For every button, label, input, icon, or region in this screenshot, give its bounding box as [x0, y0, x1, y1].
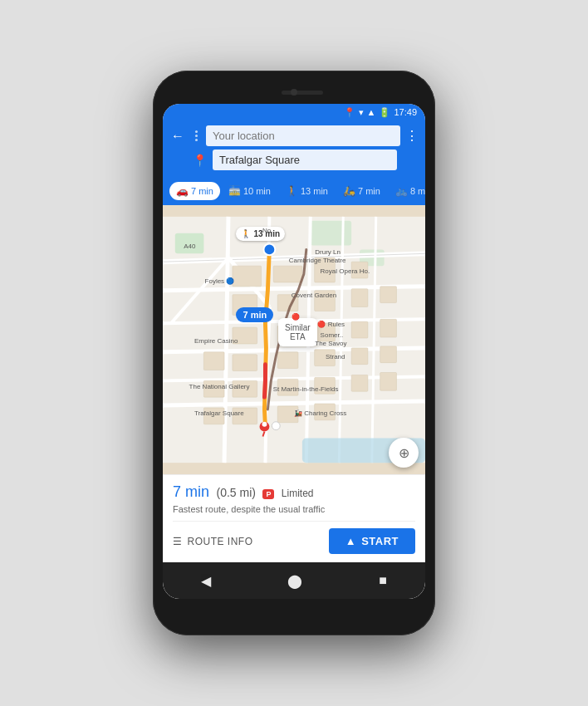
map-label-covent: Covent Garden — [292, 292, 336, 299]
similar-eta-bubble: Similar ETA — [278, 318, 317, 346]
svg-rect-19 — [233, 266, 262, 287]
map-label-no: No. — [262, 227, 272, 234]
status-time: 17:49 — [394, 107, 417, 117]
bottom-panel: 7 min (0.5 mi) P Limited Fastest route, … — [163, 474, 425, 562]
walk-icon: 🚶 — [286, 185, 298, 197]
speaker — [282, 91, 323, 95]
dot-1 — [195, 130, 198, 133]
phone-device: 📍 ▾ ▲ 🔋 17:49 ← ⋮ 📍 — [153, 71, 435, 635]
tab-drive-time: 7 min — [191, 186, 213, 196]
map-label-a40: A40 — [184, 243, 195, 250]
route-summary: 7 min (0.5 mi) P Limited — [173, 483, 415, 501]
map-label-charing: 🚂 Charing Cross — [294, 409, 346, 417]
home-nav-button[interactable]: ⬤ — [287, 573, 302, 589]
battery-icon: 🔋 — [379, 107, 390, 118]
svg-rect-43 — [351, 375, 368, 391]
destination-pin-icon: 📍 — [191, 154, 208, 167]
svg-rect-31 — [351, 321, 368, 338]
back-nav-button[interactable]: ◀ — [201, 573, 211, 589]
svg-rect-44 — [380, 373, 397, 391]
tab-drive[interactable]: 🚗 7 min — [169, 182, 220, 200]
similar-eta-line2: ETA — [285, 332, 311, 341]
map-label-somers: Somer.. — [321, 331, 344, 339]
transport-tabs: 🚗 7 min 🚋 10 min 🚶 13 min 🛵 7 min 🚲 8 m — [163, 179, 425, 205]
map-label-stmartin: St Martin-in-the-Fields — [273, 385, 339, 393]
svg-rect-34 — [233, 355, 257, 371]
origin-row: ← ⋮ — [169, 125, 419, 146]
back-button[interactable]: ← — [169, 129, 186, 144]
start-button[interactable]: ▲ START — [329, 528, 415, 554]
parking-status: Limited — [282, 488, 314, 499]
map-label-trafalgar: Trafalgar Square — [194, 409, 244, 417]
map-label-empire: Empire Casino — [194, 337, 238, 345]
drive-icon: 🚗 — [176, 185, 189, 197]
tab-moto-time: 7 min — [358, 186, 380, 196]
my-location-button[interactable]: ⊕ — [389, 438, 419, 468]
bike-icon: 🚲 — [395, 185, 408, 197]
svg-point-54 — [272, 422, 280, 430]
similar-eta-line1: Similar — [285, 323, 311, 332]
svg-rect-33 — [203, 352, 224, 370]
map-label-covent-icon: 🔴 — [292, 313, 300, 321]
parking-badge: P — [262, 489, 274, 499]
walk-route-label: 🚶 13 min — [236, 227, 285, 241]
dot-2 — [195, 135, 198, 137]
svg-rect-26 — [351, 289, 368, 307]
destination-row: 📍 — [169, 150, 419, 170]
nav-header: ← ⋮ 📍 — [163, 120, 425, 179]
origin-input[interactable] — [206, 125, 400, 146]
svg-rect-20 — [273, 266, 302, 282]
location-crosshair-icon: ⊕ — [399, 445, 409, 461]
recents-nav-button[interactable]: ■ — [379, 573, 387, 588]
bottom-navigation: ◀ ⬤ ■ — [163, 562, 425, 599]
start-label: START — [361, 535, 399, 547]
walk-icon-label: 🚶 — [241, 229, 251, 238]
svg-rect-37 — [351, 348, 368, 365]
svg-point-50 — [263, 243, 275, 255]
map-label-royal-opera: Royal Opera Ho. — [321, 267, 370, 275]
tab-walk[interactable]: 🚶 13 min — [279, 182, 335, 200]
svg-rect-38 — [380, 346, 397, 363]
tab-bike[interactable]: 🚲 8 m — [389, 182, 425, 200]
map-label-savoy: The Savoy — [315, 340, 346, 347]
map-label-national: The National Gallery — [189, 383, 250, 390]
swap-dots — [191, 130, 201, 141]
tab-transit-time: 10 min — [243, 186, 271, 196]
svg-rect-27 — [380, 287, 397, 303]
map-area[interactable]: 🚶 13 min 7 min Similar ETA A40 Foyles 🔵 … — [163, 205, 425, 474]
svg-rect-32 — [380, 319, 397, 337]
map-label-rules: 🔴 Rules — [317, 321, 345, 328]
phone-bottom-bar — [163, 599, 425, 615]
route-info-button[interactable]: ☰ ROUTE INFO — [173, 536, 253, 547]
route-distance: (0.5 mi) — [216, 486, 255, 499]
bottom-actions: ☰ ROUTE INFO ▲ START — [173, 521, 415, 554]
map-label-drury: Drury Ln — [315, 248, 341, 256]
tab-transit[interactable]: 🚋 10 min — [222, 182, 277, 200]
route-description: Fastest route, despite the usual traffic — [173, 504, 415, 514]
svg-rect-2 — [311, 221, 351, 246]
transit-icon: 🚋 — [228, 185, 241, 197]
route-time: 7 min — [173, 483, 209, 500]
camera — [291, 89, 297, 96]
dot-3 — [195, 139, 198, 141]
wifi-icon: ▾ — [359, 107, 364, 118]
list-icon: ☰ — [173, 536, 183, 547]
tab-walk-time: 13 min — [301, 186, 328, 196]
svg-rect-35 — [277, 352, 298, 369]
destination-input[interactable] — [213, 150, 397, 170]
tab-bike-time: 8 m — [410, 186, 425, 196]
route-info-label: ROUTE INFO — [188, 536, 253, 547]
map-label-strand: Strand — [326, 353, 345, 360]
svg-point-53 — [262, 422, 267, 427]
map-label-foyles: Foyles 🔵 — [205, 277, 235, 285]
signal-icon: ▲ — [367, 107, 376, 117]
menu-button[interactable]: ⋮ — [405, 128, 419, 144]
drive-route-label: 7 min — [236, 307, 273, 322]
parking-icon: P — [266, 490, 271, 498]
moto-icon: 🛵 — [343, 185, 355, 197]
navigation-arrow-icon: ▲ — [345, 535, 356, 547]
tab-moto[interactable]: 🛵 7 min — [336, 182, 387, 200]
phone-screen: 📍 ▾ ▲ 🔋 17:49 ← ⋮ 📍 — [163, 104, 425, 599]
phone-top-bar — [163, 81, 425, 104]
map-label-cambridge: Cambridge Theatre — [289, 257, 346, 264]
